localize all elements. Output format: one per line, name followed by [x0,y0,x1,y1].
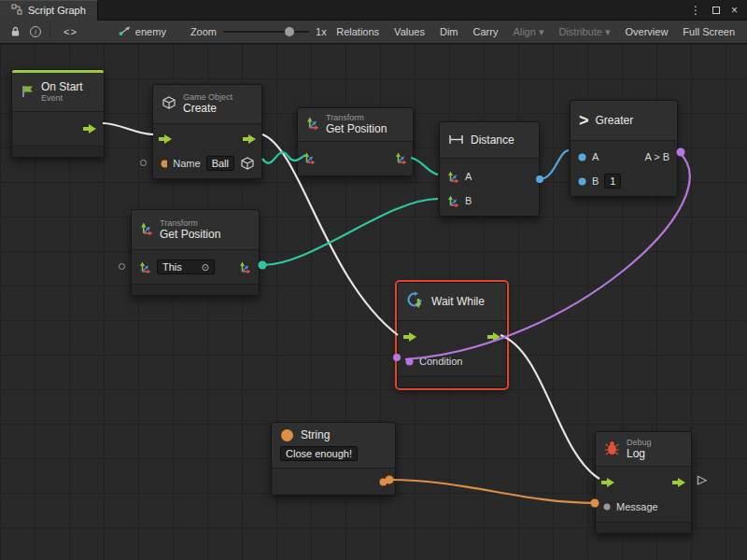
position-out-port[interactable] [395,152,407,164]
node-category: Game Object [183,92,233,102]
graph-canvas[interactable]: On Start Event Game Object Create [0,44,747,560]
code-view-button[interactable]: <> [54,24,87,39]
graph-asset-chip[interactable]: enemy [119,25,166,38]
tab-script-graph[interactable]: Script Graph [0,0,98,21]
wait-while-icon [406,291,425,312]
port-label: Message [616,501,658,512]
greater-icon: > [579,112,589,129]
node-greater[interactable]: > Greater A A > B B 1 [570,100,678,197]
node-title: Greater [596,114,634,127]
node-subtitle: Event [41,93,83,103]
target-input[interactable]: This ⊙ [157,259,215,274]
result-label: A > B [644,151,669,162]
bug-icon [604,441,620,457]
flow-out-port[interactable] [83,124,96,133]
a-input-port[interactable] [578,153,586,161]
node-on-start[interactable]: On Start Event [11,69,105,158]
game-object-out-port[interactable] [240,157,254,170]
node-get-position-b[interactable]: Transform Get Position This ⊙ [131,209,260,296]
node-create[interactable]: Game Object Create Name Ball [152,84,262,179]
graph-asset-name: enemy [135,26,166,37]
transform-in-port[interactable] [303,152,316,164]
object-picker-icon[interactable]: ⊙ [202,262,209,273]
menu-icon[interactable]: ⋮ [690,4,701,17]
script-graph-icon [11,4,22,17]
transform-icon [306,117,319,132]
node-title: Distance [471,133,514,147]
flow-in-port[interactable] [403,332,416,342]
node-footer [12,146,104,157]
wire-getposition-distance-a [411,158,438,175]
zoom-slider-handle[interactable] [285,27,294,36]
node-title: Get Position [160,228,220,241]
port-label: B [592,175,599,187]
port-label: Condition [419,356,462,367]
chevron-down-icon: ▾ [605,26,611,37]
wire-string-message [389,480,595,503]
transform-in-port[interactable] [139,261,151,273]
flow-in-port[interactable] [601,478,614,487]
node-title: Get Position [326,122,387,135]
flag-icon [21,84,35,100]
port-label: B [465,195,472,206]
position-out-port[interactable] [239,261,251,273]
node-string[interactable]: String Close enough! [271,422,396,496]
b-input-port[interactable] [578,177,586,186]
distribute-dropdown[interactable]: Distribute ▾ [551,23,617,41]
port-label: Name [173,158,200,169]
node-title: String [301,428,330,441]
wire-waitwhile-log [500,335,599,479]
titlebar: Script Graph ⋮ × [0,0,747,21]
carry-button[interactable]: Carry [466,23,506,40]
overview-button[interactable]: Overview [618,23,676,40]
vector-b-port[interactable] [447,195,459,207]
unconnected-port-ring [119,263,125,270]
close-icon[interactable]: × [731,4,738,17]
node-title: Wait While [431,295,485,308]
node-title: Log [627,447,652,460]
fullscreen-button[interactable]: Full Screen [675,23,742,40]
toolbar-separator [49,24,50,39]
node-category: Transform [160,218,220,228]
unconnected-port-ring [140,160,147,166]
transform-icon [140,222,153,237]
graph-toolbar: i <> enemy Zoom 1x Relations Values Dim … [0,21,747,44]
condition-port[interactable] [405,357,414,366]
name-input[interactable]: Ball [206,156,234,171]
string-out-port[interactable] [379,478,388,486]
string-icon [280,428,294,442]
vector-a-port[interactable] [447,171,459,183]
port-label: A [592,151,599,162]
ruler-icon [448,133,464,147]
node-category: Transform [326,113,387,122]
name-port[interactable] [161,160,167,168]
zoom-value: 1x [316,26,327,37]
relations-button[interactable]: Relations [329,23,387,40]
info-icon[interactable]: i [25,23,46,41]
values-button[interactable]: Values [387,23,432,40]
lock-icon[interactable] [5,23,25,41]
flow-out-port[interactable] [672,478,685,487]
zoom-label: Zoom [190,26,217,37]
wire-getposition-distance-b [262,199,438,265]
wire-distance-greater [540,150,569,179]
node-wait-while[interactable]: Wait While Condition [397,282,507,388]
b-value-input[interactable]: 1 [604,174,621,189]
node-footer [132,284,259,295]
dim-button[interactable]: Dim [432,23,466,40]
chevron-down-icon: ▾ [539,26,544,37]
string-value-input[interactable]: Close enough! [280,446,358,461]
node-get-position-a[interactable]: Transform Get Position [297,107,414,176]
zoom-slider[interactable] [223,31,309,33]
flow-out-port[interactable] [487,332,500,342]
window-title: Script Graph [28,5,86,16]
maximize-icon[interactable] [712,4,720,17]
align-dropdown[interactable]: Align ▾ [505,23,551,41]
flow-out-port[interactable] [243,134,256,144]
node-footer [398,376,506,387]
message-port[interactable] [603,503,611,511]
node-log[interactable]: Debug Log Message [595,431,692,534]
flow-in-port[interactable] [159,134,172,144]
wire-onstart-create [103,123,153,134]
node-distance[interactable]: Distance A B [439,121,540,217]
